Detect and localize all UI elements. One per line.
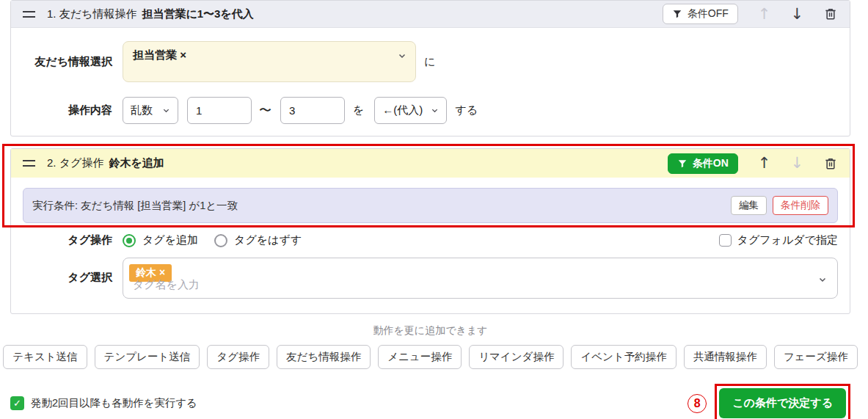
assign-method-select[interactable]: ←(代入): [374, 97, 447, 124]
tag-folder-checkbox-label: タグフォルダで指定: [737, 233, 838, 247]
add-tag-operation-button[interactable]: タグ操作: [207, 345, 269, 369]
tag-select-box[interactable]: 鈴木 × タグ名を入力: [123, 258, 838, 299]
action-2-title: 2. タグ操作: [47, 156, 103, 170]
annotation-number-8: 8: [688, 394, 707, 413]
checkbox-checked-icon[interactable]: ✓: [10, 396, 24, 410]
friend-info-label: 友だち情報選択: [11, 55, 112, 69]
particle-ni: に: [424, 55, 435, 69]
condition-edit-button[interactable]: 編集: [731, 196, 767, 215]
move-down-icon[interactable]: ↓: [790, 7, 803, 22]
repeat-execution-label: 発動2回目以降も各動作を実行する: [31, 396, 197, 410]
trash-icon[interactable]: [823, 156, 838, 171]
radio-tag-remove[interactable]: タグをはずす: [214, 233, 302, 247]
chevron-down-icon: [162, 106, 170, 114]
move-up-icon[interactable]: ↑: [758, 156, 771, 171]
chevron-down-icon: [431, 106, 439, 114]
action-2-card: 2. タグ操作 鈴木を追加 条件ON ↑ ↓ 実行条件: 友だち情報 [担当営業…: [10, 148, 850, 314]
tag-select-row: タグ選択 鈴木 × タグ名を入力: [11, 258, 850, 313]
tag-operation-row: タグ操作 タグを追加 タグをはずす タグフォルダで指定: [11, 233, 850, 247]
tag-folder-checkbox-group[interactable]: タグフォルダで指定: [719, 233, 850, 247]
operation-label: 操作内容: [11, 103, 112, 117]
add-friend-info-operation-button[interactable]: 友だち情報操作: [277, 345, 371, 369]
action-2-summary: 鈴木を追加: [109, 156, 164, 170]
add-menu-operation-button[interactable]: メニュー操作: [378, 345, 462, 369]
action-1-header: 1. 友だち情報操作 担当営業に1〜3を代入 条件OFF ↑ ↓: [11, 1, 850, 28]
suffix-suru: する: [455, 103, 478, 117]
move-up-icon: ↑: [758, 7, 771, 22]
action-2-header: 2. タグ操作 鈴木を追加 条件ON ↑ ↓: [11, 149, 850, 178]
add-action-hint: 動作を更に追加できます: [10, 324, 850, 338]
trash-icon[interactable]: [823, 7, 838, 21]
add-action-button-row: テキスト送信 テンプレート送信 タグ操作 友だち情報操作 メニュー操作 リマイン…: [10, 345, 850, 369]
friend-info-row: 友だち情報選択 担当営業 × に: [11, 41, 850, 82]
action-1-title: 1. 友だち情報操作: [47, 7, 136, 21]
chevron-down-icon: [818, 274, 827, 287]
drag-handle-icon[interactable]: [23, 11, 35, 18]
execution-condition-bar: 実行条件: 友だち情報 [担当営業] が1と一致 編集 条件削除: [23, 188, 838, 223]
radio-checked-icon[interactable]: [123, 234, 136, 247]
tag-operation-label: タグ操作: [11, 233, 112, 247]
add-phase-operation-button[interactable]: フェーズ操作: [774, 345, 858, 369]
action-editor-page: 1. 友だち情報操作 担当営業に1〜3を代入 条件OFF ↑ ↓ 友だち情報選択…: [0, 0, 868, 419]
add-common-info-operation-button[interactable]: 共通情報操作: [684, 345, 767, 369]
confirm-condition-button[interactable]: この条件で決定する: [719, 388, 846, 418]
tilde-separator: 〜: [259, 102, 271, 119]
radio-tag-add[interactable]: タグを追加: [123, 233, 198, 247]
action-1-summary: 担当営業に1〜3を代入: [142, 7, 253, 21]
particle-wo: を: [353, 103, 364, 117]
tag-select-label: タグ選択: [11, 271, 112, 285]
add-text-send-button[interactable]: テキスト送信: [3, 345, 87, 369]
chevron-down-icon: [398, 50, 406, 63]
checkbox-unchecked-icon[interactable]: [719, 234, 732, 247]
range-to-input[interactable]: [280, 97, 345, 124]
condition-delete-button[interactable]: 条件削除: [773, 196, 828, 215]
filter-icon: [672, 9, 682, 19]
radio-unchecked-icon[interactable]: [214, 234, 227, 247]
tag-input-placeholder: タグ名を入力: [133, 278, 200, 292]
condition-on-button[interactable]: 条件ON: [668, 153, 738, 174]
footer-bar: ✓ 発動2回目以降も各動作を実行する 8 この条件で決定する: [10, 384, 850, 419]
operation-row: 操作内容 乱数 〜 を ←(代入) する: [11, 97, 850, 136]
condition-off-button[interactable]: 条件OFF: [663, 4, 738, 24]
range-from-input[interactable]: [187, 97, 252, 124]
execution-condition-text: 実行条件: 友だち情報 [担当営業] が1と一致: [32, 199, 238, 213]
action-1-card: 1. 友だち情報操作 担当営業に1〜3を代入 条件OFF ↑ ↓ 友だち情報選択…: [10, 0, 850, 136]
red-highlight-annotation: この条件で決定する: [715, 384, 850, 419]
friend-info-selected-value[interactable]: 担当営業 ×: [133, 48, 186, 62]
friend-info-select[interactable]: 担当営業 ×: [123, 41, 416, 82]
add-event-reservation-operation-button[interactable]: イベント予約操作: [571, 345, 676, 369]
operation-type-select[interactable]: 乱数: [123, 97, 178, 124]
move-down-icon: ↓: [790, 156, 803, 171]
drag-handle-icon[interactable]: [23, 160, 35, 167]
add-template-send-button[interactable]: テンプレート送信: [95, 345, 200, 369]
filter-icon: [677, 159, 688, 169]
add-reminder-operation-button[interactable]: リマインダ操作: [469, 345, 564, 369]
